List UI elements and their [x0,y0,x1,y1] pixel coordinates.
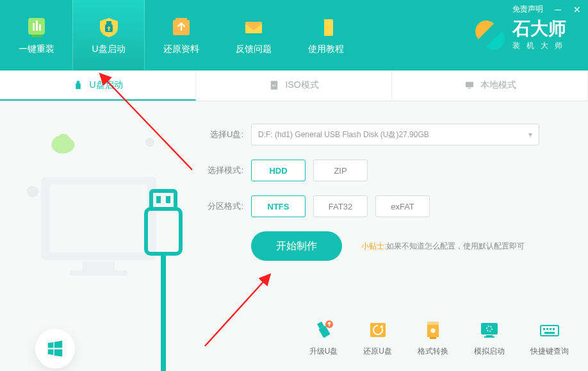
mode-label: 选择模式: [205,165,243,176]
svg-rect-43 [546,328,548,330]
tools-row: 升级U盘 还原U盘 格式转换 模拟启动 [309,319,569,357]
usb-shield-icon [94,15,124,38]
tool-label: 快捷键查询 [530,346,569,357]
svg-rect-34 [427,322,439,325]
nav-restore[interactable]: 还原资料 [145,0,217,70]
svg-point-36 [431,329,436,333]
tutorial-icon [311,15,341,38]
decoration-icon [144,136,156,148]
tab-label: 本地模式 [480,79,516,91]
header: 一键重装 U盘启动 还原资料 反馈问题 使用教程 石大师 装机大师 免责声明 [0,0,588,70]
disk-label: 选择U盘: [205,129,243,140]
svg-rect-45 [553,328,555,330]
tab-local[interactable]: 本地模式 [392,70,588,101]
svg-rect-37 [481,323,498,334]
nav-label: U盘启动 [92,44,125,55]
mode-option-hdd[interactable]: HDD [251,160,306,181]
decoration-icon [48,130,79,161]
disk-value: D:F: (hd1) General USB Flash Disk (U盘)27… [258,129,429,140]
svg-point-18 [145,138,154,147]
svg-rect-39 [486,335,493,336]
start-button[interactable]: 开始制作 [251,231,342,261]
svg-rect-42 [543,328,545,330]
tool-label: 升级U盘 [309,346,338,357]
svg-rect-26 [166,196,170,203]
nav-label: 还原资料 [163,44,199,55]
svg-rect-11 [319,19,324,36]
fs-option-fat32[interactable]: FAT32 [313,195,368,217]
svg-rect-2 [36,21,38,31]
svg-rect-17 [468,87,471,88]
svg-text:ISO: ISO [272,85,277,87]
fs-option-exfat[interactable]: exFAT [375,195,430,217]
tool-simulate[interactable]: 模拟启动 [474,319,505,357]
chevron-down-icon: ▾ [528,130,532,139]
nav-tutorial[interactable]: 使用教程 [290,0,362,70]
svg-rect-41 [541,326,559,336]
upgrade-usb-icon [313,319,334,341]
usb-icon [72,79,84,91]
disk-select[interactable]: D:F: (hd1) General USB Flash Disk (U盘)27… [251,124,539,145]
svg-rect-3 [39,24,41,31]
svg-rect-27 [146,209,181,254]
tab-iso[interactable]: ISO ISO模式 [196,70,392,101]
windows-badge-icon [35,329,75,368]
svg-rect-46 [544,332,555,334]
usb-cable-icon [128,188,199,371]
svg-rect-1 [33,23,35,31]
nav-feedback[interactable]: 反馈问题 [217,0,290,70]
form-panel: 选择U盘: D:F: (hd1) General USB Flash Disk … [192,101,588,371]
mode-option-zip[interactable]: ZIP [313,160,368,181]
tool-convert[interactable]: 格式转换 [418,319,448,357]
tool-hotkey[interactable]: 快捷键查询 [530,319,569,357]
nav-label: 反馈问题 [236,44,272,55]
tab-usb-boot[interactable]: U盘启动 [0,70,196,101]
svg-rect-25 [156,196,161,203]
tab-label: ISO模式 [285,79,318,91]
nav-label: 使用教程 [308,44,344,55]
restore-icon [167,15,196,38]
convert-icon [422,319,444,341]
svg-rect-16 [466,81,473,87]
tab-label: U盘启动 [89,79,122,91]
svg-rect-23 [70,270,127,276]
tip-body: 如果不知道怎么配置，使用默认配置即可 [386,242,525,251]
feedback-icon [239,15,268,38]
reinstall-icon [22,15,51,38]
keyboard-icon [539,319,560,341]
close-button[interactable]: ✕ [573,5,582,14]
svg-rect-12 [77,81,80,83]
svg-rect-44 [550,328,551,330]
fs-label: 分区格式: [205,201,243,212]
simulate-icon [478,319,500,341]
restore-usb-icon [367,319,389,341]
fs-option-ntfs[interactable]: NTFS [251,195,306,217]
svg-rect-8 [176,18,187,21]
disclaimer-link[interactable]: 免责声明 [512,4,543,15]
tip-head: 小贴士: [361,242,386,251]
illustration [0,101,192,371]
brand-subtitle: 装机大师 [512,40,569,51]
tool-label: 格式转换 [418,346,448,357]
main: 选择U盘: D:F: (hd1) General USB Flash Disk … [0,101,588,371]
tool-label: 还原U盘 [363,346,392,357]
svg-rect-24 [151,191,176,209]
iso-icon: ISO [268,79,280,91]
monitor-icon [464,79,475,91]
tip: 小贴士:如果不知道怎么配置，使用默认配置即可 [361,241,525,252]
tool-label: 模拟启动 [474,346,505,357]
nav-usb[interactable]: U盘启动 [72,0,145,70]
nav-reinstall[interactable]: 一键重装 [0,0,72,70]
minimize-button[interactable]: ─ [553,5,562,14]
svg-rect-13 [76,83,81,89]
svg-rect-22 [83,261,115,270]
nav-label: 一键重装 [19,44,54,55]
svg-rect-35 [430,337,436,339]
tool-restore-usb[interactable]: 还原U盘 [363,319,392,357]
mode-tabs: U盘启动 ISO ISO模式 本地模式 [0,70,588,101]
brand-logo-icon [475,21,505,50]
svg-rect-40 [484,336,494,338]
tool-upgrade[interactable]: 升级U盘 [309,319,338,357]
brand-title: 石大师 [512,20,569,38]
svg-rect-4 [31,35,42,37]
